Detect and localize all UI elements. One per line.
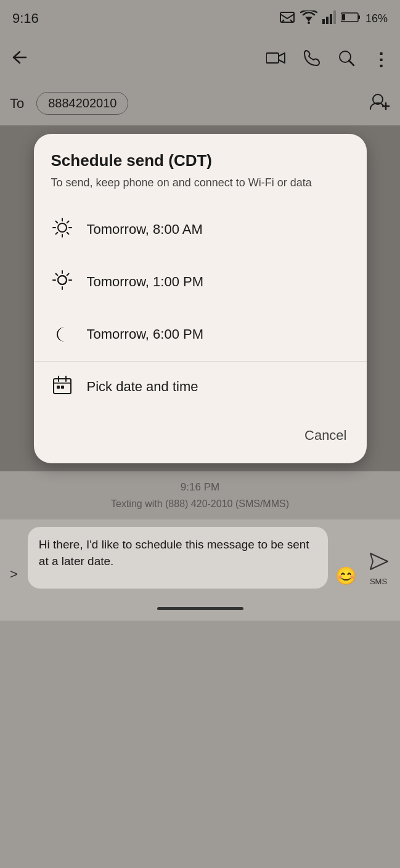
schedule-option-morning-label: Tomorrow, 8:00 AM xyxy=(87,221,203,238)
send-button-area[interactable]: SMS xyxy=(364,547,393,586)
svg-rect-13 xyxy=(266,53,279,63)
svg-line-26 xyxy=(67,221,68,223)
svg-rect-9 xyxy=(333,10,336,24)
svg-point-19 xyxy=(58,223,67,232)
search-icon[interactable] xyxy=(338,49,355,69)
texting-with-label: Texting with (888) 420-2010 (SMS/MMS) xyxy=(0,498,400,510)
to-bar: To 8884202010 xyxy=(0,81,400,126)
status-bar: 9:16 xyxy=(0,0,400,37)
status-icons: 16% xyxy=(279,10,388,27)
cancel-button[interactable]: Cancel xyxy=(302,423,349,448)
message-timestamp: 9:16 PM xyxy=(0,481,400,494)
modal-overlay: Schedule send (CDT) To send, keep phone … xyxy=(0,126,400,471)
home-bar xyxy=(157,607,243,610)
main-content: Schedule send (CDT) To send, keep phone … xyxy=(0,126,400,471)
dialog-subtitle: To send, keep phone on and connect to Wi… xyxy=(51,175,349,191)
battery-icon xyxy=(341,12,361,26)
dialog-cancel-area: Cancel xyxy=(34,413,367,463)
svg-rect-39 xyxy=(57,386,60,389)
pick-date-time-option[interactable]: Pick date and time xyxy=(34,362,367,413)
svg-rect-7 xyxy=(326,17,329,24)
sun-icon xyxy=(51,217,73,242)
nav-left xyxy=(10,49,28,70)
svg-line-33 xyxy=(55,273,57,275)
send-label: SMS xyxy=(370,577,387,586)
svg-rect-6 xyxy=(322,19,325,24)
schedule-option-afternoon-label: Tomorrow, 1:00 PM xyxy=(87,274,204,290)
schedule-option-afternoon[interactable]: Tomorrow, 1:00 PM xyxy=(34,256,367,308)
svg-line-15 xyxy=(349,60,354,65)
send-icon[interactable] xyxy=(364,547,393,576)
video-call-icon[interactable] xyxy=(266,51,286,68)
svg-rect-40 xyxy=(61,386,64,389)
pick-date-time-label: Pick date and time xyxy=(87,379,198,395)
calendar-icon xyxy=(51,375,73,399)
svg-marker-41 xyxy=(370,553,388,569)
battery-percentage: 16% xyxy=(365,12,388,25)
schedule-option-evening[interactable]: Tomorrow, 6:00 PM xyxy=(34,308,367,361)
home-indicator xyxy=(0,596,400,621)
svg-line-34 xyxy=(67,273,68,275)
emoji-button[interactable]: 😊 xyxy=(335,566,357,586)
schedule-option-morning[interactable]: Tomorrow, 8:00 AM xyxy=(34,204,367,256)
expand-button[interactable]: > xyxy=(7,564,20,585)
moon-icon xyxy=(51,322,73,347)
recipient-chip[interactable]: 8884202010 xyxy=(36,92,128,115)
schedule-option-evening-label: Tomorrow, 6:00 PM xyxy=(87,326,204,342)
svg-rect-12 xyxy=(342,14,345,20)
svg-line-25 xyxy=(67,232,68,234)
svg-line-24 xyxy=(55,221,57,223)
message-text-input[interactable]: Hi there, I'd like to schedule this mess… xyxy=(28,527,328,589)
svg-marker-4 xyxy=(305,17,312,22)
back-button[interactable] xyxy=(10,49,28,70)
add-contact-icon[interactable] xyxy=(369,92,390,115)
status-time: 9:16 xyxy=(12,10,39,27)
svg-rect-11 xyxy=(358,15,360,19)
message-area: 9:16 PM Texting with (888) 420-2010 (SMS… xyxy=(0,471,400,510)
svg-line-27 xyxy=(55,232,57,234)
half-sun-icon xyxy=(51,270,73,295)
message-input-area: > Hi there, I'd like to schedule this me… xyxy=(0,519,400,596)
svg-point-5 xyxy=(308,22,310,24)
phone-call-icon[interactable] xyxy=(303,49,320,69)
notification-icon xyxy=(279,11,295,27)
wifi-icon xyxy=(300,10,317,27)
nav-bar: ⋮ xyxy=(0,37,400,81)
more-options-icon[interactable]: ⋮ xyxy=(372,49,390,70)
dialog-options: Tomorrow, 8:00 AM xyxy=(34,199,367,463)
schedule-send-dialog: Schedule send (CDT) To send, keep phone … xyxy=(34,134,367,463)
dialog-header: Schedule send (CDT) To send, keep phone … xyxy=(34,134,367,198)
to-label: To xyxy=(10,96,24,112)
signal-icon xyxy=(322,10,336,27)
svg-rect-8 xyxy=(330,14,332,24)
svg-point-28 xyxy=(58,276,67,284)
nav-right: ⋮ xyxy=(266,49,390,70)
dialog-title: Schedule send (CDT) xyxy=(51,151,349,170)
